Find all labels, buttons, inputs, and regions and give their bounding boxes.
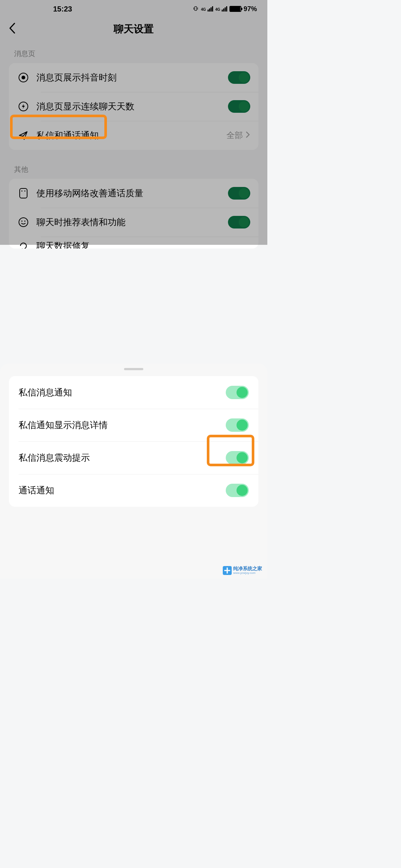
row-label: 私信和通话通知 bbox=[36, 129, 226, 141]
status-time: 15:23 bbox=[53, 5, 72, 13]
row-value: 全部 bbox=[226, 130, 243, 141]
toggle-mobile-network[interactable] bbox=[228, 187, 250, 200]
row-chat-days[interactable]: 消息页显示连续聊天天数 bbox=[9, 92, 258, 121]
toggle-douyin-moments[interactable] bbox=[228, 71, 250, 84]
heart-circle-icon bbox=[17, 71, 30, 84]
sheet-row-dm-detail[interactable]: 私信通知显示消息详情 bbox=[9, 409, 258, 441]
watermark-logo-icon bbox=[223, 566, 232, 575]
svg-point-7 bbox=[22, 191, 23, 192]
watermark: 纯净系统之家 www.ycwjoy.com bbox=[223, 566, 262, 575]
back-button[interactable] bbox=[9, 23, 16, 36]
row-mobile-network[interactable]: 使用移动网络改善通话质量 bbox=[9, 179, 258, 208]
section-label-messages: 消息页 bbox=[0, 40, 267, 63]
watermark-url: www.ycwjoy.com bbox=[233, 572, 262, 575]
toggle-dm-detail[interactable] bbox=[226, 418, 249, 432]
refresh-icon bbox=[17, 240, 30, 249]
battery-icon bbox=[229, 6, 241, 12]
sheet-label: 通话通知 bbox=[19, 484, 226, 496]
page-title: 聊天设置 bbox=[114, 22, 154, 36]
svg-point-10 bbox=[21, 220, 22, 221]
sheet-row-dm-vibrate[interactable]: 私信消息震动提示 bbox=[9, 441, 258, 474]
row-dm-notifications[interactable]: 私信和通话通知 全部 bbox=[9, 121, 258, 150]
row-label: 消息页显示连续聊天天数 bbox=[36, 101, 228, 112]
other-card: 使用移动网络改善通话质量 聊天时推荐表情和功能 聊天数据修复 bbox=[9, 179, 258, 249]
toggle-call-notify[interactable] bbox=[226, 484, 249, 497]
lightning-circle-icon bbox=[17, 100, 30, 113]
toggle-dm-notify[interactable] bbox=[226, 386, 249, 399]
svg-point-9 bbox=[19, 218, 28, 227]
sheet-label: 私信通知显示消息详情 bbox=[19, 419, 226, 431]
paper-plane-icon bbox=[17, 129, 30, 142]
row-douyin-moments[interactable]: 消息页展示抖音时刻 bbox=[9, 63, 258, 92]
bottom-sheet: 私信消息通知 私信通知显示消息详情 私信消息震动提示 通话通知 bbox=[0, 364, 267, 579]
row-data-repair-partial[interactable]: 聊天数据修复 bbox=[9, 237, 258, 249]
battery-percent: 97% bbox=[244, 5, 257, 13]
messages-card: 消息页展示抖音时刻 消息页显示连续聊天天数 私信和通话通知 全部 bbox=[9, 63, 258, 150]
smiley-icon bbox=[17, 216, 30, 228]
svg-rect-6 bbox=[20, 188, 27, 198]
sheet-label: 私信消息通知 bbox=[19, 387, 226, 398]
svg-point-11 bbox=[24, 220, 25, 221]
watermark-title: 纯净系统之家 bbox=[233, 566, 262, 571]
sheet-card: 私信消息通知 私信通知显示消息详情 私信消息震动提示 通话通知 bbox=[9, 376, 258, 507]
svg-point-4 bbox=[22, 76, 25, 79]
toggle-chat-days[interactable] bbox=[228, 100, 250, 113]
row-label: 聊天数据修复 bbox=[36, 240, 250, 249]
section-label-other: 其他 bbox=[0, 150, 267, 179]
signal-1: 4G bbox=[201, 6, 213, 11]
row-emoji-suggest[interactable]: 聊天时推荐表情和功能 bbox=[9, 208, 258, 237]
svg-point-8 bbox=[25, 191, 26, 192]
chevron-right-icon bbox=[246, 131, 250, 140]
toggle-emoji-suggest[interactable] bbox=[228, 216, 250, 228]
sheet-label: 私信消息震动提示 bbox=[19, 452, 226, 464]
status-indicators: 4G 4G 97% bbox=[193, 5, 257, 13]
svg-rect-0 bbox=[195, 6, 197, 10]
row-label: 使用移动网络改善通话质量 bbox=[36, 187, 228, 199]
toggle-dm-vibrate[interactable] bbox=[226, 451, 249, 464]
sim-icon bbox=[17, 187, 30, 200]
sheet-row-dm-notify[interactable]: 私信消息通知 bbox=[9, 376, 258, 409]
nav-bar: 聊天设置 bbox=[0, 18, 267, 40]
status-bar: 15:23 4G 4G 97% bbox=[0, 0, 267, 18]
row-label: 聊天时推荐表情和功能 bbox=[36, 216, 228, 228]
sheet-row-call-notify[interactable]: 通话通知 bbox=[9, 474, 258, 507]
vibrate-icon bbox=[193, 6, 199, 13]
signal-2: 4G bbox=[215, 6, 227, 11]
row-label: 消息页展示抖音时刻 bbox=[36, 72, 228, 83]
drag-handle[interactable] bbox=[124, 368, 143, 370]
